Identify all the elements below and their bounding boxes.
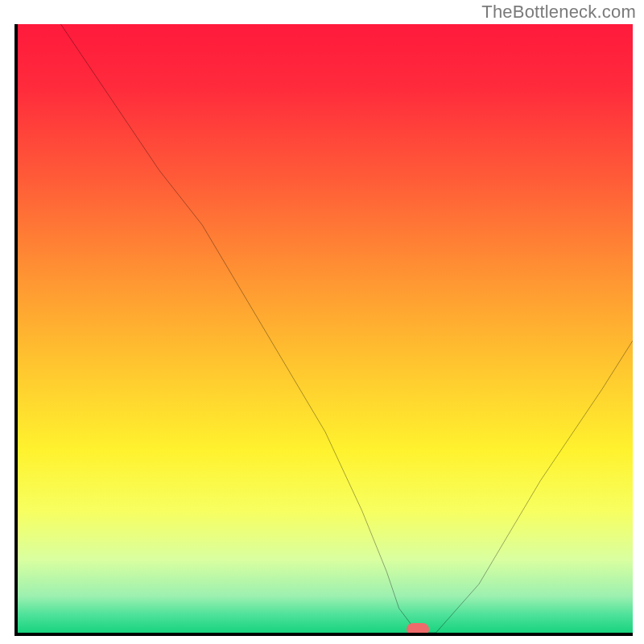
bottleneck-curve [18, 24, 633, 633]
plot-area [14, 24, 633, 636]
watermark-label: TheBottleneck.com [481, 2, 636, 23]
optimal-marker [407, 623, 429, 636]
chart-frame: TheBottleneck.com [0, 0, 644, 644]
